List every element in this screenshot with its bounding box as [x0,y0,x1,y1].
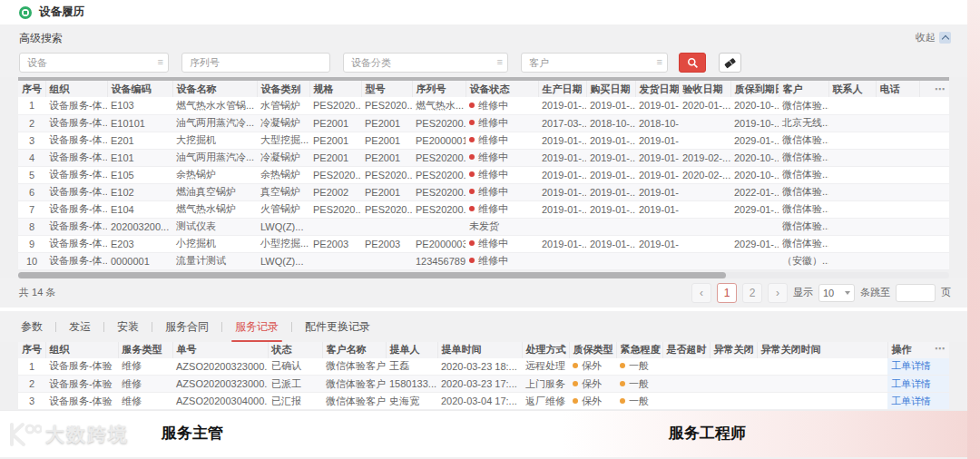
table-row[interactable]: 3设备服务-体...E201大挖掘机大型挖掘...PE2001PE2001PE2… [18,132,949,149]
chevron-right-icon: › [776,287,779,299]
table-cell: 返厂维修 [522,393,569,410]
table-cell: 2019-01-... [538,235,586,252]
tab-installation[interactable]: 安装 [115,319,141,342]
column-settings-icon[interactable]: ⋯ [935,83,946,95]
table-cell: 2019-01-... [586,149,635,166]
page-1-button[interactable]: 1 [717,283,737,303]
menu-icon[interactable]: ≡ [497,56,503,67]
next-page-button[interactable]: › [768,283,788,303]
table-row[interactable]: 8设备服务-体...202003200...测试仪表LWQ(Z)...未发货微信… [18,218,949,235]
table-cell: 设备服务-体验 [45,376,118,393]
work-order-detail-link[interactable]: 工单详情 [887,376,949,393]
column-header: 购买日期 [586,81,635,97]
table-cell: 燃气热水水管锅... [172,97,257,114]
prev-page-button[interactable]: ‹ [691,283,711,303]
table-cell: PES2020... [309,97,361,114]
status-dot-icon [469,137,475,142]
tab-shipping[interactable]: 发运 [67,319,93,342]
table-row[interactable]: 6设备服务-体...E102燃油真空锅炉真空锅炉PE2002PE2001PES2… [18,183,949,200]
table-cell: PE2001 [309,132,361,149]
table-cell [876,252,919,269]
tab-parameters[interactable]: 参数 [19,319,44,342]
table-cell: 维修中 [466,166,538,183]
clear-button[interactable] [719,53,741,73]
table-cell [876,132,919,149]
table-row[interactable]: 7设备服务-体...E104燃气热水锅炉火管锅炉PES2020...PES202… [18,200,949,218]
table-row[interactable]: 2设备服务-体验维修AZSO20200323000...已派工微信体验客户158… [18,376,949,393]
device-input[interactable] [19,53,169,73]
customer-field[interactable]: ≡ [521,53,668,73]
table-cell: 一般 [616,358,662,376]
menu-icon[interactable]: ≡ [657,56,662,67]
table-row[interactable]: 5设备服务-体...E105余热锅炉余热锅炉PES2020...PES2020.… [18,166,949,183]
column-header: 质保类型 [569,342,616,358]
table-cell [635,218,679,235]
right-edge-strip [967,0,980,459]
table-cell: 微信体验客户 [322,358,386,376]
page-size-select[interactable]: 10 [818,284,855,302]
table-cell: 微信体验... [779,132,828,149]
customer-input[interactable] [521,53,668,73]
device-category-input[interactable] [343,53,508,73]
tab-service-records[interactable]: 服务记录 [233,319,280,342]
table-row[interactable]: 2设备服务-体...E10101油气两用蒸汽冷...冷凝锅炉PE2001PE20… [18,114,949,132]
table-cell: 余热锅炉 [257,166,309,183]
table-cell [757,376,887,393]
chevron-left-icon: ‹ [700,287,703,299]
table-cell: 1 [18,97,45,114]
table-cell [679,132,730,149]
pagination-controls: ‹ 1 2 › 显示 10 条跳至 页 [691,283,951,303]
footer-strip: 大数跨境 服务主管 服务工程师 [0,410,967,457]
device-field[interactable]: ≡ [19,53,169,73]
table-row[interactable]: 1设备服务-体验维修AZSO20200323000...已确认微信体验客户王磊2… [18,358,949,376]
table-cell: AZSO20200304000... [172,393,268,410]
table-cell: 2019-01-... [538,149,586,166]
chevron-down-icon [845,291,850,295]
serial-field[interactable] [181,53,330,73]
page-2-button[interactable]: 2 [742,283,762,303]
table-cell: 9 [18,235,45,252]
table-cell [538,252,586,269]
table-row[interactable]: 4设备服务-体...E101油气两用蒸汽冷...冷凝锅炉PE2001PE2001… [18,149,949,166]
table-cell: PE2000003 [412,235,466,252]
tab-parts-replacement[interactable]: 配件更换记录 [303,319,372,342]
collapse-toggle[interactable]: 收起 [916,31,951,44]
table-cell: 维修中 [466,183,538,200]
table-cell: 2020-10-... [730,97,779,114]
jump-page-input[interactable] [896,284,936,302]
table-cell: 火管锅炉 [257,200,309,218]
serial-input[interactable] [181,53,330,73]
table-cell [876,200,919,218]
horizontal-scrollbar[interactable] [18,272,949,278]
table-cell: 油气两用蒸汽冷... [172,149,257,166]
work-order-detail-link[interactable]: 工单详情 [887,358,949,376]
table-cell: 维修 [118,358,172,376]
tab-service-contract[interactable]: 服务合同 [163,319,211,342]
work-order-detail-link[interactable]: 工单详情 [887,393,949,410]
table-cell: 设备服务-体验 [45,358,118,376]
column-settings-icon[interactable]: ⋯ [935,343,946,355]
table-row[interactable]: 1设备服务-体...E103燃气热水水管锅...水管锅炉PES2020...PE… [18,97,949,114]
search-button[interactable] [679,53,706,73]
table-cell: 2029-01-... [730,235,779,252]
table-row[interactable]: 3设备服务-体验维修AZSO20200304000...已汇报微信体验客户史海宽… [18,393,949,410]
eraser-icon [723,57,737,69]
table-cell: 未发货 [466,218,538,235]
table-row[interactable]: 9设备服务-体...E203小挖掘机小型挖掘...PE2003PE2003PE2… [18,235,949,252]
scrollbar-thumb[interactable] [18,272,726,278]
menu-icon[interactable]: ≡ [158,56,163,67]
table-cell [828,200,876,218]
table-cell: E105 [107,166,172,183]
table-cell [662,376,710,393]
device-category-field[interactable]: ≡ [343,53,508,73]
table-cell: 2019-01-... [538,132,586,149]
table-row[interactable]: 10设备服务-体...0000001流量计测试LWQ(Z)...12345678… [18,252,949,269]
column-header: 是否超时 [662,342,710,358]
table-cell: 微信体验... [779,218,828,235]
table-cell: 上门服务 [522,376,569,393]
column-header: 紧急程度 [616,342,662,358]
table-cell: 123456789 [412,252,466,269]
watermark-text: 大数跨境 [45,422,129,447]
table-cell: 3 [18,132,45,149]
table-cell [635,252,679,269]
